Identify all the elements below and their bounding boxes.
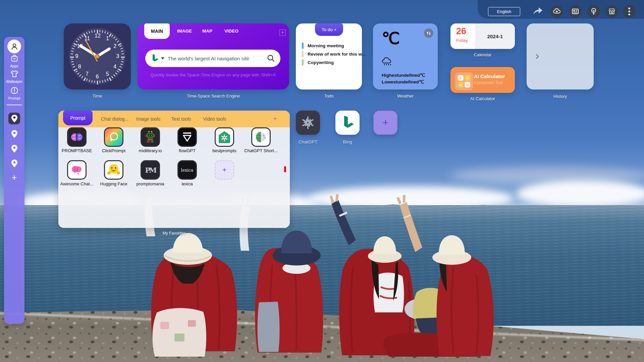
search-bar[interactable]	[145, 50, 280, 67]
favorite-promptomania[interactable]: PM	[141, 160, 160, 180]
clock-number: 8	[77, 63, 82, 70]
search-submit-icon[interactable]	[267, 54, 275, 62]
desktop-icon-chatgpt[interactable]	[296, 111, 320, 135]
desktop-icon-bing[interactable]	[335, 111, 360, 135]
share-arrow-icon[interactable]	[532, 6, 543, 16]
favorites-tab-image-tools[interactable]: Image tools	[133, 111, 163, 127]
cloud-sync-icon	[553, 8, 560, 14]
calendar-widget-label: Calendar	[450, 52, 515, 57]
todo-item[interactable]: Morning meeting	[302, 42, 344, 49]
todo-color-bar	[302, 59, 304, 66]
favorite-chatgpt-shortcut[interactable]	[251, 127, 271, 147]
more-menu-icon	[628, 7, 630, 15]
sidebar-item-label: Apps	[4, 64, 24, 68]
bing-logo-icon[interactable]	[150, 53, 159, 63]
todo-color-bar	[302, 43, 304, 49]
favorite-flowgpt[interactable]	[177, 127, 197, 147]
todo-add-button[interactable]: To do +	[315, 23, 343, 36]
add-search-engine-button[interactable]: +	[279, 29, 286, 36]
chevron-right-icon[interactable]: ›	[535, 49, 539, 62]
clock-number: 10	[77, 43, 82, 50]
favorites-tab-chat-dialog[interactable]: Chat dialog...	[98, 111, 131, 127]
clock-number: 6	[95, 73, 100, 80]
favorite-hugging-face[interactable]	[104, 160, 123, 180]
map-pin-icon	[11, 114, 18, 123]
favorites-add-item-button[interactable]: +	[215, 160, 234, 180]
news-card-button[interactable]	[569, 5, 582, 18]
swap-icon	[426, 31, 431, 36]
clock-number: 3	[115, 53, 120, 60]
clock-tick	[113, 36, 115, 39]
bestprompts-icon	[218, 130, 231, 144]
favorites-panel: Prompt Chat dialog... Image tools Text t…	[58, 111, 290, 228]
clock-tick	[79, 36, 81, 39]
search-input[interactable]	[167, 55, 262, 62]
clock-tick	[71, 59, 73, 60]
weather-unit-toggle[interactable]	[424, 28, 433, 38]
lightbulb-button[interactable]	[587, 5, 600, 18]
favorites-tab-video-tools[interactable]: Video tools	[199, 111, 231, 127]
todo-item[interactable]: Copywriting	[302, 59, 334, 66]
sidebar-pin[interactable]	[8, 128, 20, 140]
sidebar-item-label: Prompt	[4, 96, 24, 100]
favorite-clickprompt[interactable]	[104, 127, 123, 147]
search-tab-video[interactable]: VIDEO	[221, 23, 242, 39]
sidebar-item-apps[interactable]: Apps	[4, 54, 24, 68]
favorites-scrollbar-thumb[interactable]	[284, 166, 286, 172]
clock-tick	[119, 45, 122, 47]
clock-tick	[109, 77, 111, 81]
favorite-label: bestprompts	[207, 148, 242, 153]
clock-tick	[89, 31, 90, 33]
clock-tick	[94, 30, 95, 32]
clock-tick	[121, 50, 123, 51]
sidebar-item-wallpaper[interactable]: Wallpaper	[4, 70, 24, 83]
search-tab-image[interactable]: IMAGE	[174, 23, 195, 39]
map-pin-icon	[11, 159, 18, 168]
search-tab-map[interactable]: MAP	[198, 23, 217, 39]
history-widget[interactable]: ›	[527, 23, 594, 89]
favorites-add-tab-button[interactable]: +	[268, 111, 282, 127]
sidebar-add-button[interactable]: +	[4, 172, 24, 183]
favorite-midlibrary[interactable]	[141, 127, 160, 147]
search-tab-main[interactable]: MAIN	[144, 23, 170, 39]
calculator-icon: + − × =	[455, 72, 473, 90]
clock-tick	[75, 40, 78, 42]
clock-tick	[73, 66, 75, 68]
clock-tick	[91, 30, 92, 33]
user-avatar[interactable]	[7, 40, 21, 53]
calc-plus-key: +	[458, 75, 464, 81]
favorites-tab-prompt[interactable]: Prompt	[63, 111, 93, 125]
weather-widget-label: Weather	[373, 94, 438, 99]
language-button[interactable]: English	[488, 7, 520, 16]
engine-dropdown-caret[interactable]	[161, 57, 164, 59]
sidebar-pin[interactable]	[8, 143, 20, 155]
favorite-lexica[interactable]: lexica	[177, 160, 197, 180]
favorites-tab-text-tools[interactable]: Text tools	[168, 111, 195, 127]
favorite-awesome-chatgpt[interactable]	[67, 160, 87, 180]
cloud-sync-button[interactable]	[550, 5, 563, 18]
time-widget[interactable]: 123456789101112	[64, 23, 131, 89]
todo-item-text: Morning meeting	[308, 43, 344, 48]
weather-unit: ℃	[382, 29, 400, 48]
favorite-bestprompts[interactable]	[215, 127, 234, 147]
clock-tick	[71, 53, 73, 54]
clock-tick	[77, 38, 79, 40]
desktop-add-button[interactable]: +	[373, 111, 397, 135]
hugging-face-icon	[107, 164, 120, 176]
calculator-widget[interactable]: + − × = AI Calculator Conversion Tool	[450, 67, 515, 93]
favorite-promptbase[interactable]	[67, 127, 87, 147]
sidebar-pin[interactable]	[8, 158, 20, 169]
store-button[interactable]	[605, 5, 618, 18]
sidebar-pin-selected[interactable]	[8, 113, 20, 124]
weather-widget[interactable]: ℃ Highestundefined℃ Lowestundefined℃	[373, 23, 438, 89]
clock-tick	[97, 81, 98, 84]
more-menu-button[interactable]	[623, 5, 636, 18]
clock-tick	[75, 70, 78, 72]
calendar-widget[interactable]: 26 Friday 2024-1	[450, 23, 515, 49]
clock-tick	[100, 30, 101, 32]
half-brain-circuit-icon	[255, 131, 267, 143]
favorite-label: Awesome Chat...	[59, 181, 94, 186]
clock-center-cap	[95, 54, 100, 59]
todo-item[interactable]: Review of work for this w...	[302, 51, 366, 57]
sidebar-item-prompt[interactable]: Prompt	[4, 86, 24, 100]
